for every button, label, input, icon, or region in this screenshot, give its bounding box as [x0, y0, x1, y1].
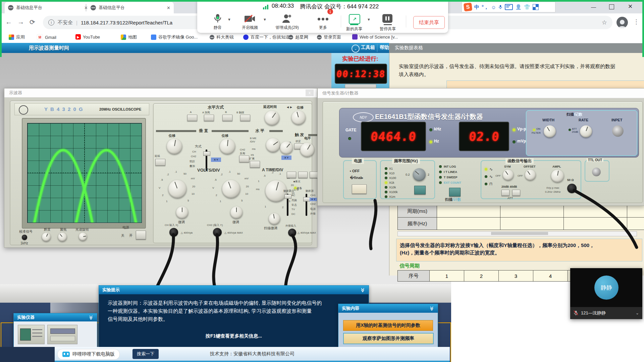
emoji-icon[interactable]: ☺ — [491, 4, 496, 10]
new-share-icon[interactable]: ↗ — [349, 14, 360, 24]
ime-punct-mode[interactable]: °， — [482, 4, 489, 10]
bookmark-maps[interactable]: 地图 — [121, 34, 137, 40]
horizontal-scrollbar[interactable] — [397, 231, 637, 236]
bookmark-baidu[interactable]: 百度一下，你就知道 — [243, 34, 290, 40]
toolbox-chevron-icon[interactable]: ⌄ — [352, 45, 360, 53]
offset-knob[interactable] — [525, 170, 536, 180]
sweep-count-button[interactable] — [449, 188, 461, 196]
hshift-knob[interactable] — [291, 111, 306, 125]
participant-video-window[interactable]: 静静 121—沈静静 ⌄ — [570, 268, 642, 319]
window-close-icon[interactable]: ✕ — [628, 3, 633, 10]
camera-dropdown-icon[interactable]: ▼ — [263, 17, 267, 21]
table-cell[interactable] — [627, 205, 644, 218]
end-share-button[interactable]: 结束共享 — [413, 16, 445, 29]
close-icon[interactable]: x — [306, 89, 314, 96]
ime-lang-mode[interactable]: 中 — [474, 4, 479, 10]
pause-share-icon[interactable] — [382, 14, 392, 23]
hmode-b-trig-button[interactable] — [240, 115, 250, 121]
hmode-b-button[interactable] — [222, 115, 232, 121]
table-cell[interactable] — [500, 217, 564, 230]
ch1-volts-knob[interactable] — [168, 180, 186, 198]
bookmark-login[interactable]: 登录页面 — [317, 34, 341, 40]
ch2-input-bnc[interactable] — [213, 228, 222, 237]
table-cell[interactable] — [564, 217, 627, 230]
table-cell[interactable] — [500, 205, 564, 218]
mute-button[interactable]: 静音 — [207, 25, 228, 31]
ime-account-icon[interactable]: 👤 — [515, 4, 522, 10]
more-button[interactable]: 更多 — [314, 25, 332, 31]
share-dropdown-icon[interactable]: ▼ — [367, 17, 371, 21]
ch1-fine-knob[interactable] — [176, 206, 188, 219]
output-bnc[interactable] — [567, 184, 577, 193]
coupling-slider-handle[interactable] — [284, 194, 291, 199]
table-cell[interactable] — [564, 205, 627, 218]
table-cell[interactable] — [627, 217, 644, 230]
delay-time-knob[interactable] — [265, 111, 279, 125]
trace-rotation-knob[interactable] — [79, 233, 87, 241]
pause-share-button[interactable]: 暂停共享 — [377, 26, 398, 32]
restore-icon[interactable] — [609, 4, 614, 9]
bookmark-gmail[interactable]: MGmail — [37, 34, 56, 40]
cal-signal-jack[interactable] — [22, 235, 27, 240]
scrollbar-thumb[interactable] — [491, 232, 548, 235]
instruments-panel-header[interactable]: 实验仪器 ≫ — [14, 313, 97, 321]
level-knob[interactable] — [300, 143, 314, 157]
tab-close-icon[interactable]: ✕ — [167, 5, 170, 10]
minimize-icon[interactable]: — — [591, 4, 596, 10]
db40-button[interactable] — [512, 190, 520, 196]
oscilloscope-thumbnail[interactable] — [18, 325, 45, 344]
forward-icon[interactable]: → — [17, 18, 24, 26]
ime-skin-icon[interactable]: 👕 — [524, 4, 530, 10]
b-timediv-knob[interactable] — [266, 138, 280, 152]
table-cell[interactable] — [437, 205, 500, 218]
content-panel-header[interactable]: 实验内容 ≫ — [338, 304, 438, 313]
ampl-knob[interactable] — [551, 170, 564, 182]
manage-members-button[interactable]: 管理成员(29) — [272, 25, 303, 31]
table-cell[interactable] — [437, 217, 500, 230]
trig-button-1[interactable] — [287, 172, 296, 178]
content-task-button-2[interactable]: 观察李萨如图形并测频率 — [343, 333, 434, 344]
continue-button[interactable] — [155, 159, 165, 166]
bookmark-apps[interactable]: 应用 — [9, 34, 25, 40]
more-dots-icon[interactable] — [317, 17, 329, 21]
sym-knob[interactable] — [503, 170, 514, 180]
ime-keyboard-icon[interactable] — [505, 4, 513, 10]
profile-avatar[interactable] — [616, 17, 628, 28]
ch2-volts-knob[interactable] — [222, 180, 240, 198]
ch1-input-bnc[interactable] — [169, 228, 178, 237]
ime-toolbar[interactable]: S 中 °， ☺ 👤 👕 — [462, 2, 555, 12]
ch2-volts-dial[interactable]: V .5 .2 .1 50 mV 20 10 5 2 1 — [215, 173, 247, 205]
ch1-volts-dial[interactable]: V .5 .2 .1 50 mV 20 10 5 2 1 — [161, 173, 194, 205]
bookmark-youtube[interactable]: ▶YouTube — [75, 34, 100, 40]
x5-button[interactable] — [250, 161, 260, 168]
bookmark-wos[interactable]: Web of Science [v... — [352, 34, 398, 40]
ch2-shift-knob[interactable] — [220, 139, 235, 154]
freq-section-button[interactable] — [414, 186, 426, 194]
ch1-shift-knob[interactable] — [167, 139, 182, 154]
source-slider-handle[interactable] — [303, 197, 310, 201]
gen-power-button[interactable] — [352, 184, 367, 194]
browser-tab-2[interactable]: 基础信息平台 ✕ — [87, 2, 174, 13]
toolbox-button[interactable]: 工具箱 — [361, 45, 375, 51]
ch2-invert-button[interactable] — [239, 156, 249, 162]
ttl-jack[interactable] — [592, 168, 601, 176]
freq-knob[interactable] — [413, 168, 426, 181]
source-slider[interactable] — [306, 194, 307, 216]
rate-knob[interactable] — [580, 125, 592, 137]
generator-thumbnail[interactable] — [47, 325, 77, 344]
focus-knob[interactable] — [58, 233, 67, 241]
reload-icon[interactable]: ⟳ — [30, 18, 35, 26]
bookmark-star-icon[interactable]: ☆ — [602, 19, 607, 26]
members-icon[interactable] — [282, 13, 292, 23]
help-button[interactable]: 帮助 — [380, 45, 389, 51]
ch2-fine-knob[interactable] — [230, 206, 243, 219]
mic-icon[interactable] — [213, 13, 222, 23]
ime-grid-icon[interactable] — [533, 4, 539, 10]
hmode-a-button[interactable] — [187, 115, 197, 121]
back-icon[interactable]: ← — [5, 18, 12, 26]
start-video-button[interactable]: 开启视频 — [238, 25, 262, 31]
content-task-button-1[interactable]: 用X轴的时基测信号的时间参数 — [343, 320, 433, 331]
intensity-knob[interactable] — [42, 233, 51, 241]
trig-button-2[interactable] — [298, 172, 308, 178]
browser-tab-1[interactable]: 基础信息平台 ✕ — [5, 2, 91, 13]
